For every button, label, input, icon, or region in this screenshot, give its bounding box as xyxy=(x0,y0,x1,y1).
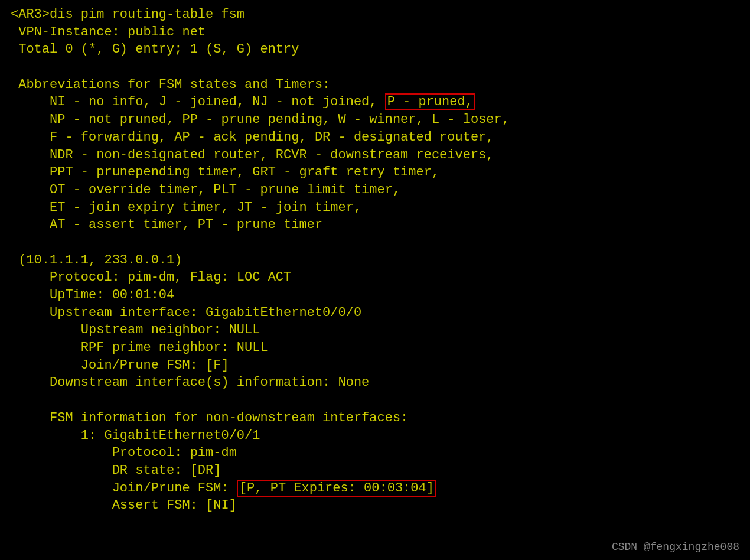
terminal-line: Upstream interface: GigabitEthernet0/0/0 xyxy=(11,304,739,322)
terminal-line: FSM information for non-downstream inter… xyxy=(11,409,739,427)
highlight-pt-expires: [P, PT Expires: 00:03:04] xyxy=(237,480,436,497)
terminal-line: 1: GigabitEthernet0/0/1 xyxy=(11,427,739,445)
terminal-line: Total 0 (*, G) entry; 1 (S, G) entry xyxy=(11,41,739,58)
terminal-line: PPT - prunepending timer, GRT - graft re… xyxy=(11,164,739,181)
terminal-line: Assert FSM: [NI] xyxy=(11,497,739,515)
terminal-line: RPF prime neighbor: NULL xyxy=(11,339,739,357)
watermark: CSDN @fengxingzhe008 xyxy=(612,540,739,554)
terminal-line: Upstream neighbor: NULL xyxy=(11,321,739,339)
empty-line xyxy=(11,58,739,76)
terminal-line: ET - join expiry timer, JT - join timer, xyxy=(11,199,739,217)
terminal-line: Protocol: pim-dm, Flag: LOC ACT xyxy=(11,269,739,286)
empty-line xyxy=(11,234,739,252)
terminal-line: Protocol: pim-dm xyxy=(11,444,739,462)
terminal-line: Join/Prune FSM: [P, PT Expires: 00:03:04… xyxy=(11,480,739,497)
terminal-line: NDR - non-designated router, RCVR - down… xyxy=(11,146,739,164)
terminal-line: UpTime: 00:01:04 xyxy=(11,286,739,304)
terminal-line: VPN-Instance: public net xyxy=(11,24,739,41)
terminal-line: F - forwarding, AP - ack pending, DR - d… xyxy=(11,129,739,146)
terminal-line: (10.1.1.1, 233.0.0.1) xyxy=(11,252,739,269)
terminal-line: NI - no info, J - joined, NJ - not joine… xyxy=(11,93,739,111)
empty-line xyxy=(11,392,739,409)
terminal-window: <AR3>dis pim routing-table fsm VPN-Insta… xyxy=(0,0,750,560)
terminal-line: DR state: [DR] xyxy=(11,462,739,480)
terminal-line: NP - not pruned, PP - prune pending, W -… xyxy=(11,111,739,129)
terminal-line: OT - override timer, PLT - prune limit t… xyxy=(11,181,739,199)
terminal-line: AT - assert timer, PT - prune timer xyxy=(11,216,739,234)
terminal-line: Abbreviations for FSM states and Timers: xyxy=(11,76,739,94)
highlight-p-pruned: P - pruned, xyxy=(385,93,475,110)
terminal-line: Join/Prune FSM: [F] xyxy=(11,357,739,375)
terminal-line: Downstream interface(s) information: Non… xyxy=(11,374,739,392)
terminal-line: <AR3>dis pim routing-table fsm xyxy=(11,6,739,24)
